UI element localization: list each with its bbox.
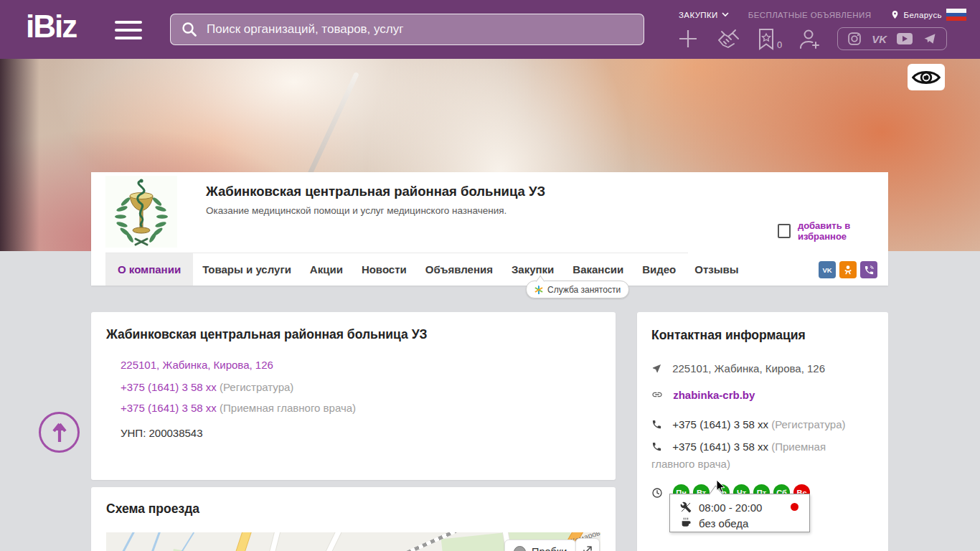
scroll-to-top-button[interactable] <box>39 412 80 453</box>
contact-info-card: Контактная информация 225101, Жабинка, К… <box>637 312 888 551</box>
link-icon <box>651 389 663 400</box>
vk-page-icon[interactable]: VK <box>819 261 836 278</box>
vk-icon[interactable]: VK <box>872 33 887 45</box>
contact-phone-1-note: (Регистратура) <box>771 418 845 430</box>
about-phone-2[interactable]: +375 (1641) 3 58 xx <box>121 402 217 414</box>
mouse-cursor <box>716 479 726 494</box>
directions-card: Схема проезда ул. Комарова Хуторская ул.… <box>91 487 616 551</box>
add-to-favorites[interactable]: добавить в избранное <box>778 220 888 242</box>
site-logo[interactable]: iBiz <box>26 9 76 44</box>
coffee-cup-icon <box>680 517 692 529</box>
about-phone-1[interactable]: +375 (1641) 3 58 xx <box>121 381 217 393</box>
search-box <box>170 14 644 45</box>
expand-icon <box>583 545 593 551</box>
search-icon <box>181 21 198 38</box>
map-road <box>304 532 344 551</box>
favorites-checkbox[interactable] <box>778 224 791 238</box>
free-ads-link[interactable]: БЕСПЛАТНЫЕ ОБЪЯВЛЕНИЯ <box>748 11 872 19</box>
language-flag-ru[interactable] <box>946 9 966 21</box>
open-status-dot <box>791 503 798 511</box>
employment-service-icon <box>534 286 543 294</box>
schedule-tooltip: 08:00 - 20:00 без обеда <box>669 494 810 532</box>
accessibility-eye-button[interactable] <box>908 64 945 90</box>
search-input[interactable] <box>205 22 644 37</box>
map-road-yellow <box>223 532 253 551</box>
contact-phone-row-1: +375 (1641) 3 58 xx (Регистратура) <box>651 416 874 433</box>
location-pin-icon <box>890 9 900 20</box>
traffic-light-icon <box>514 546 526 551</box>
traffic-button[interactable]: Пробки <box>504 540 576 551</box>
add-plus-icon[interactable] <box>677 28 699 50</box>
schedule-lunch-row: без обеда <box>680 515 801 531</box>
company-name: Жабинковская центральная районная больни… <box>206 184 545 199</box>
tab-news[interactable]: Новости <box>352 253 416 286</box>
tab-promotions[interactable]: Акции <box>301 253 352 286</box>
employment-service-badge: Служба занятости <box>526 281 629 298</box>
country-selector[interactable]: Беларусь <box>890 9 942 20</box>
map-river <box>163 532 194 551</box>
tab-products[interactable]: Товары и услуги <box>193 253 301 286</box>
map-river <box>138 532 163 551</box>
about-company-card: Жабинковская центральная районная больни… <box>91 312 616 480</box>
tab-reviews[interactable]: Отзывы <box>685 253 748 286</box>
youtube-icon[interactable] <box>897 33 913 44</box>
company-unp: УНП: 200038543 <box>121 427 600 439</box>
company-social-icons: VK <box>819 261 877 278</box>
eye-icon <box>912 68 941 87</box>
contact-website-row: zhabinka-crb.by <box>651 387 874 404</box>
user-register-icon[interactable] <box>798 28 821 50</box>
header-icons: 0 VK <box>677 27 947 50</box>
map-road <box>259 532 281 551</box>
header-social-group: VK <box>837 27 947 50</box>
company-header-card: Жабинковская центральная районная больни… <box>91 172 888 286</box>
arrow-up-icon <box>51 422 68 443</box>
tab-video[interactable]: Видео <box>633 253 685 286</box>
favorites-bookmark-icon[interactable]: 0 <box>758 28 782 50</box>
about-title: Жабинковская центральная районная больни… <box>106 327 600 342</box>
navigation-arrow-icon <box>651 363 662 374</box>
contact-phone-row-2: +375 (1641) 3 58 xx (Приемная главного в… <box>651 438 831 473</box>
about-address-link[interactable]: 225101, Жабинка, Кирова, 126 <box>121 359 273 371</box>
top-header: iBiz ЗАКУПКИ БЕСПЛАТНЫЕ ОБЪЯВЛЕНИЯ Белар… <box>0 0 980 59</box>
tab-about[interactable]: О компании <box>105 253 193 286</box>
phone-icon <box>651 419 662 430</box>
chevron-down-icon <box>722 12 729 17</box>
map-river <box>106 532 136 551</box>
company-description: Оказание медицинской помощи и услуг меди… <box>206 205 507 216</box>
odnoklassniki-icon[interactable] <box>839 261 857 278</box>
tools-icon <box>680 501 692 513</box>
page: iBiz ЗАКУПКИ БЕСПЛАТНЫЕ ОБЪЯВЛЕНИЯ Белар… <box>0 0 980 551</box>
contact-phone-2: +375 (1641) 3 58 xx <box>672 441 768 453</box>
menu-icon[interactable] <box>115 21 142 44</box>
clock-icon <box>651 487 663 499</box>
zakupki-link[interactable]: ЗАКУПКИ <box>679 11 729 19</box>
contact-address-row: 225101, Жабинка, Кирова, 126 <box>651 360 874 377</box>
phone-icon <box>651 441 662 452</box>
about-phone-2-note: (Приемная главного врача) <box>220 402 356 414</box>
telegram-icon[interactable] <box>923 32 937 45</box>
handshake-icon[interactable] <box>715 28 742 50</box>
contact-phone-1: +375 (1641) 3 58 xx <box>672 418 768 430</box>
tab-ads[interactable]: Объявления <box>416 253 502 286</box>
top-links: ЗАКУПКИ БЕСПЛАТНЫЕ ОБЪЯВЛЕНИЯ Беларусь <box>679 9 942 20</box>
instagram-icon[interactable] <box>847 32 862 46</box>
map-fullscreen-button[interactable] <box>575 538 600 551</box>
map[interactable]: ул. Комарова Хуторская ул. Пробки <box>106 532 600 551</box>
company-logo <box>105 176 177 248</box>
directions-title: Схема проезда <box>106 501 600 517</box>
website-link[interactable]: zhabinka-crb.by <box>673 389 755 401</box>
contact-title: Контактная информация <box>651 328 874 343</box>
favorites-count: 0 <box>777 39 782 50</box>
viber-icon[interactable] <box>860 261 877 278</box>
schedule-hours-row: 08:00 - 20:00 <box>680 499 801 515</box>
about-phone-1-note: (Регистратура) <box>220 381 293 393</box>
